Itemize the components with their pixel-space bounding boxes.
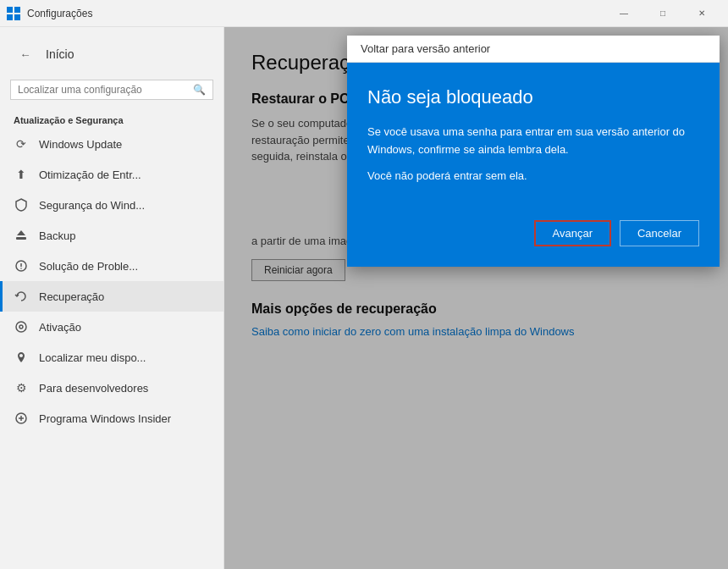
svg-rect-0	[7, 7, 13, 13]
sidebar-item-label-windows-update: Windows Update	[39, 138, 122, 151]
sidebar-home-label: Início	[46, 47, 74, 61]
sidebar-item-delivery-opt[interactable]: ⬆ Otimização de Entr...	[0, 159, 223, 190]
svg-rect-3	[14, 14, 20, 20]
windows-update-icon: ⟳	[14, 136, 29, 152]
insider-icon	[14, 411, 29, 426]
find-device-icon	[14, 350, 29, 365]
app-container: ← Início 🔍 Atualização e Segurança ⟳ Win…	[0, 27, 728, 569]
svg-point-9	[16, 322, 26, 332]
sidebar-item-backup[interactable]: Backup	[0, 220, 223, 251]
sidebar-item-label-find-device: Localizar meu dispo...	[39, 351, 146, 364]
sidebar-item-insider[interactable]: Programa Windows Insider	[0, 403, 223, 434]
close-button[interactable]: ✕	[682, 0, 721, 27]
dialog-text1: Se você usava uma senha para entrar em s…	[367, 124, 699, 159]
dialog: Voltar para versão anterior Não seja blo…	[347, 36, 720, 267]
sidebar-item-label-backup: Backup	[39, 229, 75, 242]
troubleshoot-icon	[14, 258, 29, 273]
titlebar-left: Configurações	[7, 7, 92, 20]
sidebar-item-label-security: Segurança do Wind...	[39, 199, 145, 212]
dialog-title: Não seja bloqueado	[367, 86, 699, 108]
app-icon	[7, 7, 20, 20]
activation-icon	[14, 319, 29, 334]
sidebar: ← Início 🔍 Atualização e Segurança ⟳ Win…	[0, 27, 224, 569]
minimize-button[interactable]: —	[604, 0, 643, 27]
search-input[interactable]	[18, 84, 193, 96]
svg-point-10	[19, 325, 23, 329]
sidebar-item-find-device[interactable]: Localizar meu dispo...	[0, 342, 223, 373]
sidebar-item-label-insider: Programa Windows Insider	[39, 412, 171, 425]
sidebar-item-label-recovery: Recuperação	[39, 290, 104, 303]
dialog-header: Voltar para versão anterior	[347, 36, 720, 63]
sidebar-section-label: Atualização e Segurança	[0, 107, 223, 129]
svg-marker-5	[17, 230, 25, 235]
svg-point-8	[20, 268, 22, 269]
sidebar-header: ← Início	[0, 27, 223, 73]
search-box[interactable]: 🔍	[10, 80, 213, 100]
security-icon	[14, 197, 29, 213]
sidebar-item-recovery[interactable]: Recuperação	[0, 281, 223, 312]
sidebar-item-activation[interactable]: Ativação	[0, 312, 223, 342]
titlebar-title: Configurações	[27, 8, 92, 19]
titlebar-controls: — □ ✕	[604, 0, 721, 27]
delivery-opt-icon: ⬆	[14, 167, 29, 182]
recovery-icon	[14, 289, 29, 304]
sidebar-item-security[interactable]: Segurança do Wind...	[0, 190, 223, 220]
sidebar-item-label-delivery-opt: Otimização de Entr...	[39, 168, 141, 181]
maximize-button[interactable]: □	[643, 0, 682, 27]
dialog-text2: Você não poderá entrar sem ela.	[367, 168, 699, 185]
sidebar-item-developers[interactable]: ⚙ Para desenvolvedores	[0, 373, 223, 403]
backup-icon	[14, 228, 29, 243]
svg-rect-1	[14, 7, 20, 13]
svg-rect-2	[7, 14, 13, 20]
svg-rect-4	[16, 237, 26, 240]
sidebar-item-label-activation: Ativação	[39, 321, 81, 334]
titlebar: Configurações — □ ✕	[0, 0, 728, 27]
sidebar-item-label-developers: Para desenvolvedores	[39, 382, 148, 395]
cancel-button[interactable]: Cancelar	[620, 220, 699, 246]
sidebar-item-windows-update[interactable]: ⟳ Windows Update	[0, 129, 223, 159]
dialog-body: Não seja bloqueado Se você usava uma sen…	[347, 63, 720, 220]
search-icon-button[interactable]: 🔍	[193, 84, 206, 96]
developers-icon: ⚙	[14, 380, 29, 395]
content-area: Recuperação Restaurar o PC Se o seu comp…	[224, 27, 728, 569]
advance-button[interactable]: Avançar	[534, 220, 611, 246]
dialog-footer: Avançar Cancelar	[347, 220, 720, 267]
sidebar-back-button[interactable]: ←	[14, 42, 37, 66]
sidebar-item-troubleshoot[interactable]: Solução de Proble...	[0, 251, 223, 281]
sidebar-item-label-troubleshoot: Solução de Proble...	[39, 260, 138, 273]
